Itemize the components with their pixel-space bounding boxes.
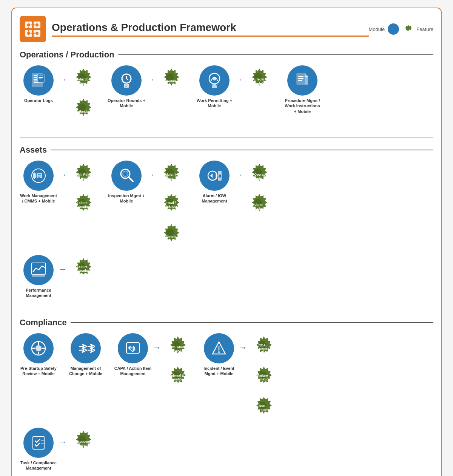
feature-shift-handover-text: Shift Handover — [69, 110, 95, 113]
legend: Module Feature — [369, 23, 433, 35]
feature-failure-elim-inc-text: Failure Elimination / Bad Actors — [248, 374, 277, 385]
feature-legend-label: Feature — [416, 26, 433, 32]
feature-scheduler-nde-text: Scheduler, NDE Data — [156, 173, 184, 180]
incident-label: Incident / Event Mgmt + Mobile — [200, 366, 238, 377]
feature-review-manage: Review / Manage Recommendations — [162, 335, 191, 363]
svg-rect-18 — [39, 76, 43, 76]
svg-point-64 — [35, 345, 42, 351]
work-permitting-label: Work Permitting + Mobile — [196, 98, 233, 109]
assets-title: Assets — [20, 145, 433, 155]
feature-ipl-text: IPL Lifecycle, Scheduler — [244, 77, 272, 85]
incident-features: RCA, Consequence of Deviation Failure El… — [248, 335, 277, 424]
svg-rect-74 — [33, 436, 44, 449]
svg-rect-57 — [32, 275, 45, 277]
arrow-al: → — [234, 170, 243, 180]
arrow-1: → — [59, 75, 67, 85]
svg-rect-35 — [298, 78, 304, 79]
work-management-features: CBM / PdM, Work History Failure Eliminat… — [68, 162, 96, 221]
compliance-title: Compliance — [20, 318, 433, 328]
alarm-iow-module: Alarm / IOW Management — [196, 161, 233, 204]
capa-circle — [118, 333, 148, 363]
feature-visual-thickness: Visual / Thickness Measurements — [156, 193, 184, 221]
svg-rect-56 — [31, 263, 46, 274]
alarm-features: Safe Operating Limits Alarm Rationalizat… — [244, 162, 272, 221]
task-compliance-label: Task / Compliance Management — [20, 460, 57, 471]
alarm-iow-group: Alarm / IOW Management → Safe Operating … — [196, 161, 272, 221]
performance-features: Failure Elimination / Bad Actors — [68, 257, 96, 285]
module-legend-label: Module — [369, 26, 385, 32]
svg-point-11 — [406, 28, 409, 31]
feature-production-plan: Production Operating Plan — [68, 67, 96, 96]
pre-startup-label: Pre-Startup Safety Review + Mobile — [20, 366, 57, 377]
arrow-im: → — [146, 170, 155, 180]
pre-startup-module: Pre-Startup Safety Review + Mobile — [20, 333, 57, 377]
pre-startup-group: Pre-Startup Safety Review + Mobile — [20, 333, 57, 377]
feature-calibration-text: Calibration — [160, 235, 180, 239]
incident-module: Incident / Event Mgmt + Mobile — [200, 333, 238, 377]
svg-rect-34 — [298, 76, 304, 77]
compliance-modules: Pre-Startup Safety Review + Mobile Manag… — [20, 333, 433, 424]
operator-logs-features: Production Operating Plan Shift Handover — [68, 67, 96, 126]
operator-rounds-circle — [111, 65, 142, 96]
feature-failure-elim-inc: Failure Elimination / Bad Actors — [248, 365, 277, 394]
performance-mgmt-circle — [23, 255, 54, 285]
work-management-group: Work Management / CMMS + Mobile → CBM / … — [20, 161, 96, 221]
assets-modules: Work Management / CMMS + Mobile → CBM / … — [20, 161, 433, 251]
incident-group: Incident / Event Mgmt + Mobile → RCA, Co… — [200, 333, 277, 424]
arrow-2: → — [146, 75, 155, 85]
capa-module: CAPA / Action Item Management — [114, 333, 152, 377]
arrow-wm: → — [59, 170, 67, 180]
feature-scheduler-ops: Scheduler — [156, 67, 184, 96]
feature-deferral-text: Deferral & Deviation Management — [162, 374, 191, 385]
svg-point-31 — [213, 77, 216, 80]
svg-point-4 — [27, 23, 30, 26]
operator-logs-group: Operator Logs → Production Operating Pla… — [20, 65, 96, 126]
management-change-circle — [71, 333, 101, 363]
compliance-section: Compliance Pre-Startup — [20, 318, 433, 471]
page-title: Operations & Production Framework — [52, 22, 369, 37]
feature-failure-elim-wm: Failure Elimination / Bad Actors — [68, 193, 96, 221]
svg-rect-19 — [39, 77, 43, 78]
svg-rect-26 — [124, 84, 129, 88]
feature-deferral: Deferral & Deviation Management — [162, 365, 191, 394]
alarm-iow-label: Alarm / IOW Management — [196, 193, 233, 204]
work-permitting-group: Work Permitting + Mobile → IPL Lifecycle… — [196, 65, 272, 109]
svg-rect-20 — [39, 79, 42, 79]
capa-label: CAPA / Action Item Management — [114, 366, 152, 377]
feature-scheduler-ops-text: Scheduler — [160, 79, 180, 83]
feature-visual-thickness-text: Visual / Thickness Measurements — [156, 201, 184, 213]
alarm-iow-circle — [199, 161, 230, 191]
operator-rounds-features: Scheduler — [156, 67, 184, 96]
feature-rca: RCA, Consequence of Deviation — [248, 335, 277, 363]
pre-startup-circle — [23, 333, 54, 363]
svg-line-25 — [126, 79, 128, 80]
svg-rect-36 — [298, 80, 302, 81]
svg-point-9 — [35, 32, 39, 35]
svg-point-5 — [35, 23, 39, 26]
svg-line-45 — [129, 177, 133, 181]
svg-rect-53 — [219, 175, 221, 178]
capa-features: Review / Manage Recommendations Deferral… — [162, 335, 191, 394]
arrow-3: → — [234, 75, 243, 85]
feature-nonconformances-text: Non-conformances / Product Quality — [248, 404, 277, 416]
module-legend-circle — [388, 23, 399, 35]
operator-logs-module: Operator Logs — [20, 65, 57, 103]
feature-scheduler-nde: Scheduler, NDE Data — [156, 162, 184, 191]
feature-alarm-rational-text: Alarm Rationalization — [244, 203, 272, 210]
inspection-mgmt-circle — [111, 161, 142, 191]
feature-alarm-rational: Alarm Rationalization — [244, 193, 272, 221]
feature-production-plan-text: Production Operating Plan — [68, 77, 96, 85]
operator-logs-label: Operator Logs — [24, 98, 53, 103]
feature-failure-elim-pm: Failure Elimination / Bad Actors — [68, 257, 96, 285]
arrow-inc: → — [239, 343, 247, 352]
page-wrapper: Operations & Production Framework Module… — [11, 8, 442, 476]
management-change-label: Management of Change + Mobile — [67, 366, 105, 377]
feature-cbm: CBM / PdM, Work History — [68, 162, 96, 191]
task-compliance-circle — [23, 428, 54, 458]
inspection-mgmt-module: Inspection Mgmt + Mobile — [108, 161, 145, 204]
feature-ipl: IPL Lifecycle, Scheduler — [244, 67, 272, 96]
feature-consequence-deviation: Consequence of Deviation — [68, 430, 96, 458]
svg-point-8 — [27, 32, 30, 35]
management-change-group: Management of Change + Mobile — [67, 333, 105, 377]
inspection-mgmt-group: Inspection Mgmt + Mobile → Scheduler, ND… — [108, 161, 184, 251]
